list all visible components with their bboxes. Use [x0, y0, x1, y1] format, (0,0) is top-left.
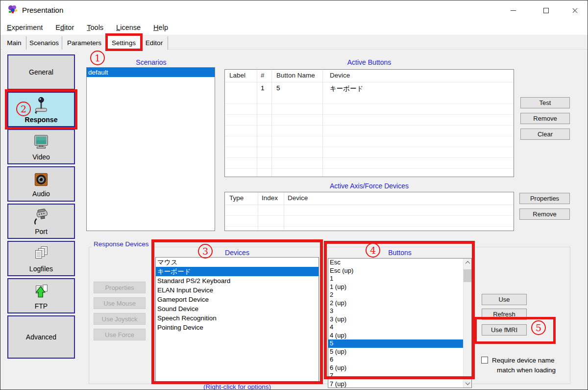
response-devices-group-label: Response Devices — [92, 240, 151, 248]
button-row[interactable]: Esc (up) — [328, 267, 463, 275]
speaker-icon — [32, 171, 50, 188]
button-row[interactable]: 7 (up) — [328, 380, 463, 389]
scroll-down-button[interactable] — [464, 379, 471, 388]
use-button[interactable]: Use — [482, 294, 527, 305]
button-row[interactable]: 7 — [328, 372, 463, 380]
minimize-icon — [511, 10, 516, 11]
sidebar-item-response[interactable]: Response — [7, 92, 75, 127]
device-row[interactable]: マウス — [156, 258, 318, 267]
buttons-list-scrollbar[interactable] — [463, 259, 471, 388]
tab-parameters[interactable]: Parameters — [62, 36, 107, 50]
sidebar-item-audio[interactable]: Audio — [7, 166, 75, 202]
menu-text: E — [55, 24, 60, 31]
sidebar-item-video[interactable]: Video — [7, 129, 75, 164]
menu-tools[interactable]: Tools — [80, 20, 110, 35]
sidebar-item-general[interactable]: General — [7, 54, 75, 90]
column-header-index: Index — [262, 194, 278, 202]
sidebar-item-label: Video — [32, 153, 50, 161]
button-row[interactable]: 3 — [328, 307, 463, 315]
minimize-button[interactable] — [502, 0, 524, 20]
tab-scenarios[interactable]: Scenarios — [26, 36, 62, 50]
remove-button[interactable]: Remove — [520, 113, 570, 124]
app-logo-icon — [7, 4, 19, 16]
menu-editor[interactable]: Editor — [49, 20, 80, 35]
clear-button[interactable]: Clear — [520, 129, 570, 140]
menu-mnemonic: H — [153, 24, 158, 31]
sidebar-item-advanced[interactable]: Advanced — [7, 315, 75, 359]
menu-text: itor — [64, 24, 74, 31]
use-mouse-button[interactable]: Use Mouse — [94, 297, 146, 309]
devices-list[interactable]: マウスキーボードStandard PS/2 KeyboardELAN Input… — [155, 257, 319, 382]
axis-remove-button[interactable]: Remove — [519, 208, 570, 220]
button-row[interactable]: 5 (up) — [328, 348, 463, 356]
buttons-list-rows: EscEsc (up)11 (up)22 (up)33 (up)44 (up)5… — [328, 259, 463, 388]
button-row[interactable]: 3 (up) — [328, 315, 463, 324]
sidebar-item-logfiles[interactable]: Logfiles — [7, 241, 75, 276]
column-divider — [257, 70, 257, 176]
refresh-button[interactable]: Refresh — [482, 309, 527, 320]
monitor-icon — [32, 133, 50, 152]
window-title: Presentation — [22, 6, 63, 14]
documents-icon — [32, 245, 50, 263]
button-row[interactable]: 1 (up) — [328, 283, 463, 291]
sidebar-item-label: Response — [25, 116, 58, 124]
scrollbar-thumb[interactable] — [464, 269, 471, 282]
device-row[interactable]: Gameport Device — [156, 295, 318, 304]
use-fmri-button[interactable]: Use fMRI — [482, 324, 527, 336]
menu-bar: Experiment Editor Tools License Help — [0, 20, 588, 35]
active-buttons-table[interactable]: Label # Button Name Device 1 5 キーボード — [224, 69, 514, 177]
use-force-button[interactable]: Use Force — [94, 329, 146, 340]
sidebar-item-label: Audio — [32, 190, 50, 198]
presentation-window: Presentation Experiment Editor Tools Lic… — [0, 0, 588, 390]
menu-text: icense — [120, 24, 141, 31]
button-row[interactable]: 4 (up) — [328, 332, 463, 340]
chevron-up-icon — [465, 261, 470, 266]
scenarios-title: Scenarios — [86, 58, 216, 66]
button-row[interactable]: 6 (up) — [328, 364, 463, 372]
menu-experiment[interactable]: Experiment — [0, 20, 49, 35]
menu-mnemonic: L — [116, 24, 120, 31]
buttons-list[interactable]: EscEsc (up)11 (up)22 (up)33 (up)44 (up)5… — [328, 258, 472, 388]
menu-help[interactable]: Help — [147, 20, 174, 35]
device-row[interactable]: Standard PS/2 Keyboard — [156, 276, 318, 286]
menu-license[interactable]: License — [110, 20, 147, 35]
properties-button[interactable]: Properties — [519, 193, 570, 204]
device-row[interactable]: キーボード — [156, 267, 318, 276]
column-header-device: Device — [330, 72, 350, 79]
tab-main[interactable]: Main — [2, 36, 26, 50]
title-bar: Presentation — [0, 0, 588, 20]
device-row[interactable]: Speech Recognition — [156, 313, 318, 323]
column-divider — [322, 70, 323, 176]
button-row[interactable]: 2 — [328, 291, 463, 299]
close-button[interactable] — [564, 0, 586, 20]
sidebar-item-label: Port — [35, 228, 48, 235]
sidebar-item-port[interactable]: Port — [7, 204, 75, 239]
tab-editor[interactable]: Editor — [141, 36, 168, 50]
maximize-button[interactable] — [535, 0, 557, 20]
device-properties-button[interactable]: Properties — [94, 282, 146, 293]
column-header-button-name: Button Name — [276, 72, 315, 79]
button-row[interactable]: 1 — [328, 275, 463, 283]
use-joystick-button[interactable]: Use Joystick — [94, 313, 146, 325]
button-row[interactable]: Esc — [328, 259, 463, 267]
button-row[interactable]: 2 (up) — [328, 299, 463, 308]
active-button-cell-device[interactable]: キーボード — [330, 84, 363, 93]
test-button[interactable]: Test — [520, 97, 570, 108]
sidebar-item-label: Advanced — [26, 333, 56, 341]
active-button-cell-num[interactable]: 1 — [261, 84, 265, 92]
scenario-row[interactable]: default — [87, 68, 215, 77]
device-row[interactable]: Sound Device — [156, 304, 318, 313]
require-device-name-checkbox[interactable] — [481, 357, 488, 364]
tab-settings[interactable]: Settings — [107, 35, 141, 50]
button-row[interactable]: 6 — [328, 356, 463, 364]
scroll-up-button[interactable] — [464, 259, 471, 267]
sidebar-item-ftp[interactable]: FTP — [7, 278, 75, 313]
axis-devices-table[interactable]: Type Index Device — [224, 192, 514, 231]
scenarios-list[interactable]: default — [86, 67, 215, 231]
button-row[interactable]: 4 — [328, 323, 463, 332]
active-button-cell-name[interactable]: 5 — [276, 84, 280, 92]
device-row[interactable]: Pointing Device — [156, 323, 318, 332]
device-row[interactable]: ELAN Input Device — [156, 286, 318, 295]
close-icon — [572, 7, 578, 14]
button-row[interactable]: 5 — [328, 339, 463, 348]
